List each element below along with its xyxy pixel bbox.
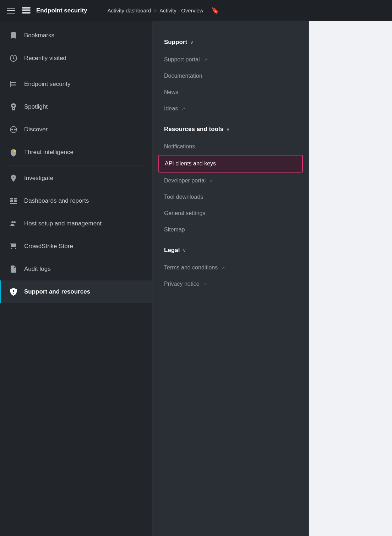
app-header: Endpoint security Activity dashboard > A… [0,0,392,21]
external-link-icon: ↗ [221,265,225,270]
bookmark-button[interactable]: 🔖 [211,7,219,15]
flyout-item-privacy-notice[interactable]: Privacy notice ↗ [164,276,297,292]
notifications-label: Notifications [164,143,195,150]
flyout-item-news[interactable]: News [164,84,297,100]
sidebar-item-endpoint-security[interactable]: Endpoint security [0,73,152,95]
external-link-icon: ↗ [203,281,207,287]
sidebar-item-spotlight[interactable]: Spotlight [0,95,152,118]
sidebar-item-label: Audit logs [24,266,51,273]
flyout-section-legal: Legal ∨ Terms and conditions ↗ Privacy n… [153,238,309,292]
sidebar-item-label: Threat intelligence [24,149,74,156]
sidebar-item-investigate[interactable]: Investigate [0,167,152,190]
svg-rect-2 [22,12,30,13]
flyout-item-developer-portal[interactable]: Developer portal ↗ [164,173,297,189]
sidebar-item-threat-intelligence[interactable]: Threat intelligence [0,141,152,164]
support-chevron-icon: ∨ [190,39,194,45]
endpoint-icon [9,79,18,89]
spotlight-icon [9,102,18,112]
app-icon [21,5,32,16]
sidebar-item-crowdstrike-store[interactable]: CrowdStrike Store [0,235,152,258]
audit-icon [9,264,18,274]
svg-rect-3 [10,81,11,87]
flyout-panel: Support and resources Support ∨ Support … [153,0,309,536]
external-link-icon: ↗ [181,106,185,111]
sidebar-divider [9,165,144,165]
resources-chevron-icon: ∨ [226,126,230,132]
svg-rect-13 [10,203,17,204]
support-section-header[interactable]: Support ∨ [164,39,297,46]
flyout-item-notifications[interactable]: Notifications [164,138,297,155]
developer-portal-label: Developer portal [164,177,206,184]
flyout-item-api-clients-keys[interactable]: API clients and keys [158,155,303,173]
resources-section-header[interactable]: Resources and tools ∨ [164,126,297,133]
dashboards-icon [9,196,18,206]
news-label: News [164,89,178,95]
threat-icon [9,147,18,157]
svg-rect-9 [10,198,13,199]
tool-downloads-label: Tool downloads [164,194,203,200]
svg-rect-0 [22,7,30,9]
app-title: Endpoint security [36,7,87,14]
host-icon [9,219,18,229]
svg-point-7 [14,150,16,152]
flyout-item-general-settings[interactable]: General settings [164,205,297,221]
discover-icon [9,125,18,135]
flyout-item-terms-conditions[interactable]: Terms and conditions ↗ [164,259,297,276]
sidebar-item-label: Discover [24,126,48,133]
legal-section-header[interactable]: Legal ∨ [164,247,297,254]
flyout-item-sitemap[interactable]: Sitemap [164,221,297,238]
breadcrumb: Activity dashboard > Activity - Overview [108,7,203,13]
api-clients-keys-label: API clients and keys [165,160,216,167]
sidebar-item-recently-visited[interactable]: Recently visited [0,47,152,70]
flyout-item-ideas[interactable]: Ideas ↗ [164,100,297,117]
general-settings-label: General settings [164,210,206,217]
resources-section-label: Resources and tools [164,126,223,133]
main-layout: Bookmarks Recently visited Endpoint secu… [0,21,392,536]
sidebar-item-bookmarks[interactable]: Bookmarks [0,24,152,47]
svg-point-15 [13,221,16,223]
svg-rect-11 [10,200,13,202]
sidebar-item-host-setup[interactable]: Host setup and management [0,212,152,235]
sidebar-item-support-resources[interactable]: Support and resources [0,280,152,303]
sidebar-item-label: Support and resources [24,288,90,295]
sidebar-item-audit-logs[interactable]: Audit logs [0,258,152,280]
support-section-label: Support [164,39,187,46]
flyout-item-tool-downloads[interactable]: Tool downloads [164,189,297,205]
svg-point-14 [11,221,13,223]
terms-conditions-label: Terms and conditions [164,264,218,271]
svg-point-5 [11,129,13,131]
flyout-item-documentation[interactable]: Documentation [164,68,297,84]
svg-point-6 [14,129,16,131]
sidebar-item-label: Bookmarks [24,32,54,39]
sidebar-item-label: Investigate [24,175,53,182]
sidebar-item-label: Spotlight [24,103,48,110]
support-portal-label: Support portal [164,56,200,63]
svg-rect-12 [14,200,17,202]
legal-section-label: Legal [164,247,180,254]
sidebar-item-label: Dashboards and reports [24,197,89,204]
svg-rect-1 [22,9,30,11]
flyout-section-resources: Resources and tools ∨ Notifications API … [153,117,309,238]
bookmark-icon [9,31,18,40]
flyout-section-support: Support ∨ Support portal ↗ Documentation… [153,30,309,117]
sidebar-item-label: Recently visited [24,55,66,62]
sidebar-item-label: Endpoint security [24,81,70,88]
hamburger-menu-button[interactable] [6,6,16,15]
external-link-icon: ↗ [203,57,207,62]
sidebar: Bookmarks Recently visited Endpoint secu… [0,21,153,536]
support-icon [9,287,18,297]
sidebar-divider [9,71,144,71]
store-icon [9,241,18,251]
documentation-label: Documentation [164,73,202,79]
privacy-notice-label: Privacy notice [164,281,200,287]
investigate-icon [9,173,18,183]
ideas-label: Ideas [164,105,178,112]
sidebar-item-dashboards-reports[interactable]: Dashboards and reports [0,190,152,212]
flyout-item-support-portal[interactable]: Support portal ↗ [164,51,297,68]
sitemap-label: Sitemap [164,226,185,233]
header-divider [99,5,99,16]
breadcrumb-link[interactable]: Activity dashboard [108,7,151,13]
breadcrumb-separator: > [154,8,157,13]
svg-point-8 [13,176,14,178]
sidebar-item-discover[interactable]: Discover [0,118,152,141]
